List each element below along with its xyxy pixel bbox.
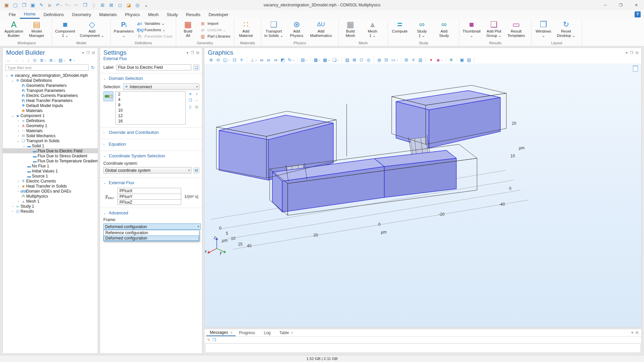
tree-item[interactable]: ▬ Flux Due to Electric Field bbox=[3, 148, 98, 153]
undo-icon[interactable]: ↶⌄ bbox=[55, 1, 63, 9]
selection-color-icon[interactable]: ▾ bbox=[428, 57, 435, 63]
messages-content[interactable] bbox=[205, 343, 641, 353]
pin-panel-icon[interactable]: ⊟ bbox=[636, 330, 639, 335]
tree-filter-input[interactable] bbox=[5, 64, 89, 71]
clear-selection-icon[interactable]: ◪ bbox=[125, 1, 133, 9]
domain-selection-header[interactable]: ⌄ Domain Selection bbox=[103, 75, 199, 82]
active-selection-toggle[interactable] bbox=[103, 91, 113, 101]
new-selection-icon[interactable]: ✦ bbox=[188, 91, 193, 97]
tree-item[interactable]: › d/dt Domain ODEs and DAEs bbox=[3, 189, 98, 194]
minimize-button[interactable]: ─ bbox=[598, 0, 613, 10]
domain-list-item[interactable]: 16 bbox=[116, 118, 185, 124]
application-builder-button[interactable]: A Application Builder bbox=[2, 19, 26, 40]
tree-expander[interactable]: ⌄ bbox=[10, 114, 15, 117]
close-tab-icon[interactable]: × bbox=[291, 331, 293, 335]
domain-list-item[interactable]: 10 bbox=[116, 108, 185, 113]
frame-dropdown[interactable]: Deformed configuration ▾ bbox=[103, 223, 201, 230]
delete-icon[interactable]: ⊠ bbox=[107, 1, 115, 9]
tree-expander[interactable]: › bbox=[16, 179, 20, 183]
select-box-icon[interactable]: ◻ bbox=[116, 1, 124, 9]
tree-expander[interactable]: › bbox=[16, 200, 20, 203]
coordinate-header[interactable]: ⌄ Coordinate System Selection bbox=[103, 153, 199, 160]
tree-item[interactable]: ⌄ ⊕ Global Definitions bbox=[3, 78, 98, 83]
view-zx-icon[interactable]: zx bbox=[273, 58, 279, 62]
show-grid-icon[interactable]: ⊞ bbox=[403, 57, 410, 63]
domain-list-item[interactable]: 2 bbox=[116, 92, 185, 97]
copy-selection-icon[interactable]: ❐ bbox=[188, 98, 193, 103]
thumbnail-button[interactable]: ■ Thumbnail ⌄ bbox=[460, 19, 483, 40]
close-button[interactable]: ✕ bbox=[629, 0, 644, 10]
tree-item[interactable]: ⌄ ■ Component 1 bbox=[3, 113, 98, 118]
tree-item[interactable]: ⌄ ❑ Transport in Solids bbox=[3, 138, 98, 143]
menu-tab[interactable]: Definitions bbox=[40, 10, 68, 19]
tree-expander[interactable]: › bbox=[16, 185, 20, 188]
float-panel-icon[interactable]: ❐ bbox=[191, 51, 194, 55]
copy-icon[interactable]: ❐ bbox=[81, 1, 89, 9]
tree-item[interactable]: › ■ Heat Transfer in Solids bbox=[3, 184, 98, 189]
duplicate-icon[interactable]: ⊞ bbox=[99, 1, 107, 9]
menu-tab[interactable]: Mesh bbox=[144, 10, 163, 19]
build-all-button[interactable]: ▦ Build All bbox=[177, 19, 199, 40]
equation-header[interactable]: › Equation bbox=[103, 141, 199, 148]
mesh-1-button[interactable]: ▲ Mesh 1 ⌄ bbox=[361, 19, 384, 40]
override-header[interactable]: › Override and Contribution bbox=[103, 129, 199, 136]
label-input[interactable] bbox=[116, 64, 191, 70]
transport-in-solids-button[interactable]: ❑ Transport in Solids ⌄ bbox=[262, 19, 286, 40]
app-icon[interactable]: ▣ bbox=[3, 1, 11, 9]
add-study-button[interactable]: ∞ Add Study bbox=[433, 19, 455, 40]
pin-panel-icon[interactable]: ⊟ bbox=[92, 51, 95, 55]
tree-expander[interactable]: ⌄ bbox=[10, 79, 15, 82]
clipping-icon[interactable]: ⊟ bbox=[383, 57, 390, 63]
view-xy-icon[interactable]: xy bbox=[258, 58, 265, 62]
panel-menu-icon[interactable]: ▾ bbox=[186, 51, 188, 55]
menu-tab[interactable]: Geometry bbox=[68, 10, 95, 19]
rotate-view-icon[interactable]: ↻⌄ bbox=[287, 57, 295, 63]
maximize-button[interactable]: ❐ bbox=[613, 0, 629, 10]
tree-item[interactable]: ⌄ ▬ Solid 1 bbox=[3, 143, 98, 148]
plot-document-icon[interactable] bbox=[633, 65, 638, 71]
tree-item[interactable]: Pᵢ Geometric Parameters bbox=[3, 83, 98, 88]
build-mesh-button[interactable]: ▦ Build Mesh bbox=[339, 19, 361, 40]
panel-menu-icon[interactable]: ▾ bbox=[631, 330, 633, 335]
zoom-out-icon[interactable]: ⊖ bbox=[215, 57, 221, 63]
float-panel-icon[interactable]: ❐ bbox=[630, 51, 633, 55]
selection-dropdown[interactable]: ❖ Interconnect ▾ bbox=[123, 84, 199, 90]
view-yz-icon[interactable]: yz bbox=[265, 58, 272, 62]
zoom-to-selection-icon[interactable]: ◎ bbox=[194, 104, 199, 109]
frame-option[interactable]: Reference configuration bbox=[104, 230, 199, 236]
tree-item[interactable]: › ▲ Mesh 1 bbox=[3, 199, 98, 204]
frame-option[interactable]: Deformed configuration bbox=[104, 236, 199, 241]
information-tab[interactable]: Log bbox=[260, 329, 276, 336]
pin-panel-icon[interactable]: ⊟ bbox=[636, 51, 639, 55]
tree-item[interactable]: ⁂ Multiphysics bbox=[3, 194, 98, 199]
tree-item[interactable]: ◉ Materials bbox=[3, 108, 98, 113]
paste-selection-icon[interactable]: ▯ bbox=[188, 104, 193, 109]
filter-icon[interactable]: ▼⌄ bbox=[67, 57, 77, 63]
tree-item[interactable]: Pᵢ Electric Currents Parameters bbox=[3, 93, 98, 98]
snapshot-icon[interactable]: ▣ bbox=[459, 57, 465, 63]
tree-expander[interactable]: ⌄ bbox=[5, 74, 9, 77]
forward-icon[interactable]: → bbox=[13, 57, 20, 63]
go-to-source-icon[interactable]: ▤ bbox=[193, 167, 199, 173]
reset-desktop-button[interactable]: ↻ Reset Desktop ⌄ bbox=[554, 19, 578, 40]
find-icon[interactable]: ◎ bbox=[134, 1, 142, 9]
orientation-icon[interactable]: ⊥⌄ bbox=[249, 57, 258, 63]
new-file-icon[interactable]: ▢ bbox=[11, 1, 19, 9]
material-color-icon[interactable]: ◆⌄ bbox=[435, 57, 444, 63]
menu-tab[interactable]: Physics bbox=[121, 10, 144, 19]
menu-tab[interactable]: Home bbox=[20, 10, 40, 19]
tree-expander[interactable]: › bbox=[16, 119, 20, 122]
add-physics-button[interactable]: ⊛ Add Physics bbox=[286, 19, 308, 40]
customize-qat-icon[interactable]: ⌄ bbox=[142, 1, 150, 9]
add-component-button[interactable]: ◇ Add Component ⌄ bbox=[78, 19, 106, 40]
model-tree-settings-icon[interactable]: ▤⌄ bbox=[57, 57, 66, 63]
tree-expander[interactable]: › bbox=[10, 205, 15, 208]
remove-from-selection-icon[interactable]: − bbox=[194, 98, 199, 103]
deselect-icon[interactable]: ∅ bbox=[358, 57, 365, 63]
expand-all-icon[interactable]: ≣⌄ bbox=[39, 57, 48, 63]
information-tab[interactable]: Messages × bbox=[206, 329, 236, 336]
select-box-icon[interactable]: ⊠ bbox=[351, 57, 358, 63]
domain-list-item[interactable]: 8 bbox=[116, 102, 185, 108]
help-button[interactable]: ? bbox=[635, 11, 641, 17]
external-flux-field[interactable] bbox=[117, 199, 181, 205]
